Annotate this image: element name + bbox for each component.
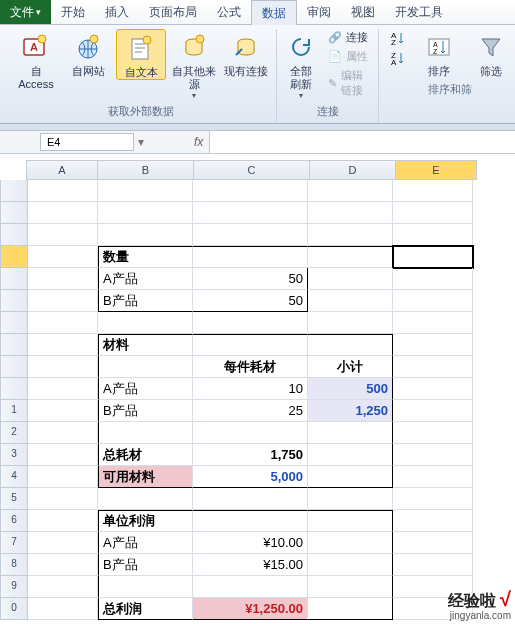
filter-button[interactable]: 筛选 xyxy=(467,29,515,78)
cell[interactable] xyxy=(28,554,98,576)
row-header[interactable] xyxy=(0,290,28,312)
cell[interactable] xyxy=(28,532,98,554)
cell[interactable]: 1,750 xyxy=(193,444,308,466)
cell[interactable] xyxy=(193,246,308,268)
tab-data[interactable]: 数据 xyxy=(251,0,297,25)
cell[interactable] xyxy=(193,202,308,224)
from-access-button[interactable]: A 自 Access xyxy=(12,29,60,91)
cell[interactable] xyxy=(308,224,393,246)
cell[interactable] xyxy=(98,180,193,202)
cell[interactable]: A产品 xyxy=(98,532,193,554)
cell[interactable] xyxy=(28,576,98,598)
cell[interactable] xyxy=(28,422,98,444)
from-text-button[interactable]: 自文本 xyxy=(116,29,166,80)
cell[interactable] xyxy=(393,400,473,422)
tab-home[interactable]: 开始 xyxy=(51,0,95,24)
col-header-D[interactable]: D xyxy=(310,160,396,180)
row-header[interactable]: 9 xyxy=(0,576,28,598)
cell-percost[interactable]: 每件耗材 xyxy=(193,356,308,378)
cell[interactable]: B产品 xyxy=(98,400,193,422)
cell[interactable] xyxy=(393,532,473,554)
row-header[interactable] xyxy=(0,180,28,202)
row-header[interactable] xyxy=(0,246,28,268)
fx-icon[interactable]: fx xyxy=(194,135,203,149)
cell[interactable]: A产品 xyxy=(98,378,193,400)
row-header[interactable]: 6 xyxy=(0,510,28,532)
row-header[interactable]: 1 xyxy=(0,400,28,422)
cell[interactable] xyxy=(28,598,98,620)
cell[interactable] xyxy=(393,312,473,334)
cell[interactable] xyxy=(98,356,193,378)
cell[interactable]: 总利润 xyxy=(98,598,193,620)
refresh-all-button[interactable]: 全部刷新 ▾ xyxy=(283,29,320,100)
tab-review[interactable]: 审阅 xyxy=(297,0,341,24)
cell[interactable]: B产品 xyxy=(98,554,193,576)
cell[interactable]: 总耗材 xyxy=(98,444,193,466)
cell[interactable] xyxy=(98,224,193,246)
cell-subtotal[interactable]: 小计 xyxy=(308,356,393,378)
cell[interactable] xyxy=(193,180,308,202)
cell[interactable] xyxy=(393,510,473,532)
cell[interactable] xyxy=(28,356,98,378)
cell[interactable] xyxy=(193,224,308,246)
cell[interactable] xyxy=(308,488,393,510)
cell[interactable] xyxy=(28,444,98,466)
cell[interactable] xyxy=(308,246,393,268)
cell[interactable]: 5,000 xyxy=(193,466,308,488)
cell[interactable] xyxy=(393,466,473,488)
row-header[interactable] xyxy=(0,378,28,400)
row-header[interactable] xyxy=(0,224,28,246)
cell[interactable] xyxy=(193,312,308,334)
tab-dev[interactable]: 开发工具 xyxy=(385,0,453,24)
row-header[interactable]: 8 xyxy=(0,554,28,576)
cell[interactable] xyxy=(393,356,473,378)
row-header[interactable] xyxy=(0,312,28,334)
cell[interactable]: ¥1,250.00 xyxy=(193,598,308,620)
cell-qtyA[interactable]: 50 xyxy=(193,268,308,290)
cell[interactable] xyxy=(193,488,308,510)
cell[interactable] xyxy=(193,576,308,598)
tab-formula[interactable]: 公式 xyxy=(207,0,251,24)
active-cell[interactable] xyxy=(393,246,473,268)
cell[interactable] xyxy=(28,378,98,400)
cell[interactable] xyxy=(308,290,393,312)
cell[interactable] xyxy=(308,466,393,488)
cell[interactable] xyxy=(308,532,393,554)
connections-button[interactable]: 🔗连接 xyxy=(324,29,372,46)
cell[interactable] xyxy=(308,180,393,202)
from-web-button[interactable]: 自网站 xyxy=(64,29,112,78)
cell[interactable] xyxy=(308,554,393,576)
cell[interactable]: 可用材料 xyxy=(98,466,193,488)
row-header[interactable]: 0 xyxy=(0,598,28,620)
row-header[interactable] xyxy=(0,202,28,224)
file-tab[interactable]: 文件▾ xyxy=(0,0,51,24)
cell[interactable]: 1,250 xyxy=(308,400,393,422)
cell[interactable] xyxy=(393,488,473,510)
cell[interactable] xyxy=(28,246,98,268)
cell[interactable] xyxy=(393,180,473,202)
cell-mat-header[interactable]: 材料 xyxy=(98,334,193,356)
col-header-E[interactable]: E xyxy=(396,160,477,180)
cell[interactable] xyxy=(28,466,98,488)
cell[interactable] xyxy=(393,224,473,246)
cell[interactable] xyxy=(28,180,98,202)
row-header[interactable] xyxy=(0,268,28,290)
tab-layout[interactable]: 页面布局 xyxy=(139,0,207,24)
dropdown-icon[interactable]: ▾ xyxy=(134,135,148,149)
cell[interactable] xyxy=(308,510,393,532)
cell[interactable] xyxy=(98,312,193,334)
cell[interactable] xyxy=(98,202,193,224)
cell-qtyB[interactable]: 50 xyxy=(193,290,308,312)
col-header-A[interactable]: A xyxy=(26,160,98,180)
cell[interactable] xyxy=(308,268,393,290)
cell-prodA[interactable]: A产品 xyxy=(98,268,193,290)
cell[interactable] xyxy=(193,334,308,356)
from-other-button[interactable]: 自其他来源 ▾ xyxy=(170,29,218,100)
col-header-C[interactable]: C xyxy=(194,160,310,180)
cell[interactable] xyxy=(393,378,473,400)
cell[interactable] xyxy=(28,268,98,290)
cell[interactable] xyxy=(308,334,393,356)
existing-conn-button[interactable]: 现有连接 xyxy=(222,29,270,78)
sort-button[interactable]: AZ 排序 xyxy=(415,29,463,78)
cell[interactable] xyxy=(28,510,98,532)
